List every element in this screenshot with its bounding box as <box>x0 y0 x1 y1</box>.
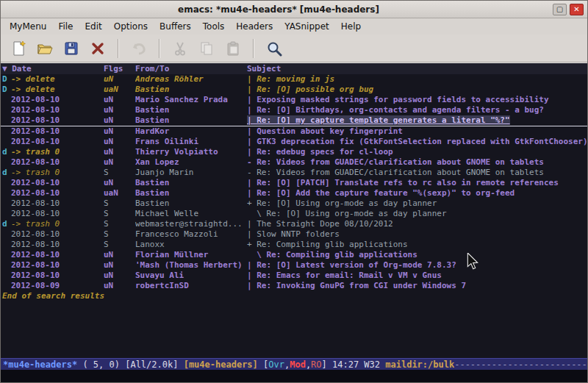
mode-line[interactable]: *mu4e-headers* ( 5, 0) [All/2.0k] [mu4e-… <box>1 358 587 370</box>
flags-cell: uN <box>104 260 135 271</box>
message-row[interactable]: 2012-08-09uNrobertcInSD| Re: Invoking Gn… <box>1 281 587 291</box>
message-row[interactable]: D-> deleteuaNBastien| Re: [O] possible o… <box>1 85 587 95</box>
menu-item-yasnippet[interactable]: YASnippet <box>279 19 335 34</box>
menu-item-help[interactable]: Help <box>335 19 367 34</box>
date-cell: 2012-08-10 <box>11 115 104 126</box>
menu-item-buffers[interactable]: Buffers <box>154 19 197 34</box>
modeline-segment: 14:27 W32 <box>332 359 385 370</box>
column-header-date[interactable]: ▼ Date <box>2 63 104 74</box>
emacs-window: emacs: *mu4e-headers* [mu4e-headers] ▢ ✕… <box>0 0 588 383</box>
message-row[interactable]: 2012-08-10uNBastien| Re: [O] [PATCH] Tra… <box>1 178 587 188</box>
modeline-segment: ] <box>322 359 332 370</box>
buffer-mu4e-headers: ▼ Date Flgs From/To Subject D-> deleteuN… <box>1 62 587 358</box>
column-header-flags[interactable]: Flgs <box>104 63 135 74</box>
mark-cell <box>2 209 11 219</box>
column-header-from[interactable]: From/To <box>135 63 247 74</box>
message-row[interactable]: 2012-08-10uNBastien| Re: [O] Birthdays, … <box>1 105 587 115</box>
modeline-segment: RO <box>311 359 321 370</box>
date-cell: 2012-08-10 <box>11 229 104 240</box>
subject-cell: | Slow NNTP folders <box>247 229 587 240</box>
flags-cell: uN <box>104 95 135 105</box>
menu-item-file[interactable]: File <box>52 19 79 34</box>
from-cell: Bastien <box>135 105 247 115</box>
date-cell: 2012-08-10 <box>11 198 104 209</box>
toolbar-cut-button[interactable] <box>168 37 192 60</box>
message-row[interactable]: 2012-08-10SBastien+ Re: [O] Using org-mo… <box>1 198 587 209</box>
modeline-segment: [mu4e-headers] <box>184 359 258 370</box>
mark-cell <box>2 157 11 168</box>
from-cell: Thierry Volpiatto <box>135 147 247 157</box>
modeline-segment: Ovr <box>268 359 284 370</box>
menu-item-headers[interactable]: Headers <box>230 19 279 34</box>
toolbar-open-file-button[interactable] <box>33 37 57 60</box>
menu-item-mymenu[interactable]: MyMenu <box>4 19 52 34</box>
toolbar-undo-button[interactable] <box>127 37 151 60</box>
toolbar-copy-button[interactable] <box>195 37 218 60</box>
toolbar-new-file-button[interactable] <box>7 37 30 60</box>
message-row[interactable]: 2012-08-10uNFrans Oilinki| GTK3 deprecat… <box>1 137 587 147</box>
message-row[interactable]: 2012-08-10uNHardKor| Question about key … <box>1 126 587 137</box>
message-row[interactable]: d-> trash 0Swebmaster@straightd...| The … <box>1 219 587 229</box>
date-cell: 2012-08-10 <box>11 178 104 188</box>
toolbar-paste-button[interactable] <box>221 37 245 60</box>
new-file-icon <box>10 40 26 57</box>
flags-cell: S <box>104 198 135 209</box>
from-cell: Michael Welle <box>135 209 247 219</box>
subject-cell: + Re: Compiling glib applications <box>247 240 587 250</box>
subject-cell: | The Straight Dope 08/10/2012 <box>247 219 587 229</box>
titlebar[interactable]: emacs: *mu4e-headers* [mu4e-headers] ▢ ✕ <box>1 1 587 18</box>
column-header-subject[interactable]: Subject <box>247 63 587 74</box>
echo-area[interactable] <box>1 370 587 382</box>
message-row[interactable]: 2012-08-10uN'Mash (Thomas Herbert)| Re: … <box>1 260 587 271</box>
date-cell: 2012-08-10 <box>11 209 104 219</box>
cut-icon <box>172 40 188 57</box>
message-row[interactable]: 2012-08-10uNFlorian Müllner \ Re: Compil… <box>1 250 587 260</box>
from-cell: Xan Lopez <box>135 157 247 168</box>
message-row[interactable]: D-> deleteuNAndreas Röhler| Re: moving i… <box>1 74 587 85</box>
subject-cell: \ Re: [O] Using org-mode as day planner <box>247 209 587 219</box>
menu-item-options[interactable]: Options <box>108 19 154 34</box>
from-cell: Andreas Röhler <box>135 74 247 85</box>
flags-cell: uaN <box>104 85 135 95</box>
toolbar-search-button[interactable] <box>262 37 286 60</box>
message-row[interactable]: d-> trash 0uNThierry Volpiatto| Re: edeb… <box>1 147 587 157</box>
toolbar-separator <box>118 39 119 58</box>
modeline-segment: Mod <box>290 359 306 370</box>
message-row[interactable]: 2012-08-10uNXan Lopez- Re: Videos from G… <box>1 157 587 168</box>
mark-cell <box>2 281 11 291</box>
maximize-button[interactable]: ▢ <box>553 4 567 15</box>
mark-cell <box>2 198 11 209</box>
message-row[interactable]: 2012-08-10SMichael Welle \ Re: [O] Using… <box>1 209 587 219</box>
message-row[interactable]: 2012-08-10SLanoxx+ Re: Compiling glib ap… <box>1 240 587 250</box>
flags-cell: S <box>104 229 135 240</box>
date-cell: 2012-08-10 <box>11 157 104 168</box>
close-button[interactable]: ✕ <box>570 4 584 15</box>
paste-icon <box>225 40 241 57</box>
menu-item-edit[interactable]: Edit <box>79 19 108 34</box>
toolbar-close-buffer-button[interactable] <box>86 37 110 60</box>
message-row[interactable]: d-> trash 0SJuanjo Marin- Re: Videos fro… <box>1 168 587 178</box>
message-row[interactable]: 2012-08-10uNMario Sanchez Prada| Exposin… <box>1 95 587 105</box>
menu-item-tools[interactable]: Tools <box>197 19 231 34</box>
subject-cell: | Re: Invoking GnuPG from CGI under Wind… <box>247 281 587 291</box>
subject-cell: | Question about key fingerprint <box>247 126 587 137</box>
subject-cell: | Re: [O] [PATCH] Translate refs to rc a… <box>247 178 587 188</box>
from-cell: Bastien <box>135 198 247 209</box>
message-list: D-> deleteuNAndreas Röhler| Re: moving i… <box>1 74 587 291</box>
subject-cell: | Re: edebug specs for cl-loop <box>247 147 587 157</box>
subject-cell: | Re: moving in js <box>247 74 587 85</box>
message-row[interactable]: 2012-08-10uNBastien| Re: [O] my capture … <box>1 115 587 126</box>
mark-cell <box>2 126 11 137</box>
mark-cell: d <box>2 147 11 157</box>
mark-cell <box>2 250 11 260</box>
message-row[interactable]: 2012-08-10SFrancesco Mazzoli| Slow NNTP … <box>1 229 587 240</box>
flags-cell: uN <box>104 157 135 168</box>
flags-cell: uN <box>104 126 135 137</box>
date-cell: 2012-08-10 <box>11 250 104 260</box>
mark-cell <box>2 188 11 198</box>
message-row[interactable]: 2012-08-10uNSuvayu Ali| Re: Emacs for em… <box>1 271 587 281</box>
toolbar-save-buffer-button[interactable] <box>60 37 83 60</box>
message-row[interactable]: 2012-08-10uaNBastien| Re: [O] Add the ca… <box>1 188 587 198</box>
date-cell: 2012-08-10 <box>11 260 104 271</box>
flags-cell: uaN <box>104 188 135 198</box>
